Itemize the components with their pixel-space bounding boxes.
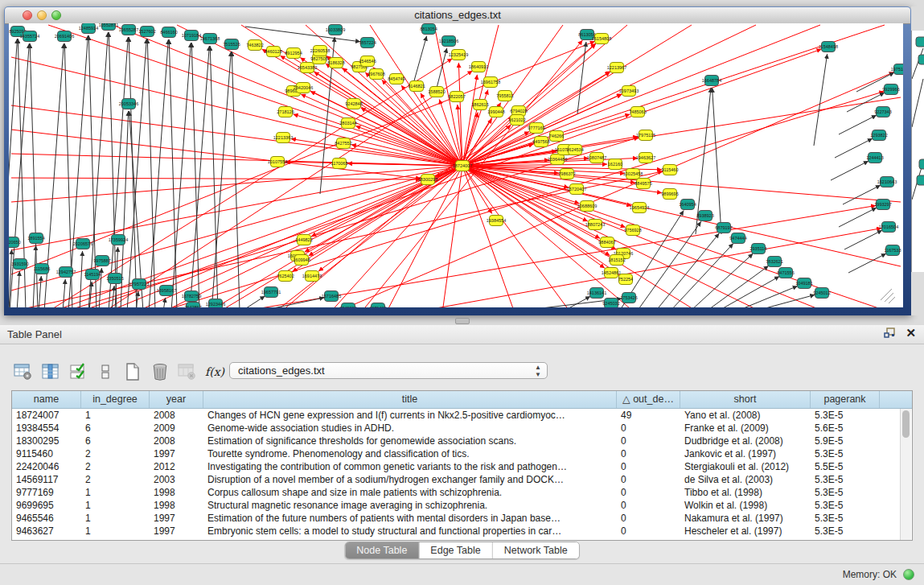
network-window-titlebar[interactable]: citations_edges.txt: [5, 7, 910, 24]
column-header-in_degree[interactable]: in_degree: [81, 391, 150, 408]
close-icon[interactable]: ✕: [906, 327, 916, 340]
table-cell[interactable]: 6: [81, 422, 150, 435]
table-cell[interactable]: 5.3E-5: [811, 499, 880, 512]
table-cell[interactable]: 5.3E-5: [811, 525, 880, 538]
table-cell[interactable]: 0: [617, 525, 680, 538]
split-pane-divider[interactable]: [455, 318, 470, 324]
table-row[interactable]: 911546021997Tourette syndrome. Phenomeno…: [12, 447, 912, 460]
table-cell[interactable]: Investigating the contribution of common…: [203, 460, 617, 473]
window-resize-handle[interactable]: [889, 297, 895, 303]
table-row[interactable]: 946362711997Embryonic stem cells: a mode…: [12, 525, 912, 538]
table-cell[interactable]: Estimation of significance thresholds fo…: [203, 435, 617, 447]
table-cell[interactable]: 9777169: [12, 486, 81, 499]
table-cell[interactable]: 1998: [150, 499, 203, 512]
table-cell[interactable]: 5.9E-5: [811, 435, 880, 447]
table-cell[interactable]: 0: [617, 512, 680, 525]
table-row[interactable]: 1872400712008Changes of HCN gene express…: [12, 409, 912, 422]
table-cell[interactable]: 1998: [150, 486, 203, 499]
table-cell[interactable]: 0: [617, 422, 680, 435]
column-header-name[interactable]: name: [12, 391, 81, 408]
window-resize-handle[interactable]: [881, 289, 892, 300]
float-window-icon[interactable]: [883, 327, 896, 340]
column-header-short[interactable]: short: [680, 391, 811, 408]
table-cell[interactable]: 5.5E-5: [811, 460, 880, 473]
table-cell[interactable]: 1997: [150, 525, 203, 538]
table-cell[interactable]: 1: [81, 525, 150, 538]
column-visibility-icon[interactable]: [40, 361, 61, 382]
table-cell[interactable]: Yano et al. (2008): [680, 409, 811, 422]
table-cell[interactable]: 14569117: [12, 473, 81, 486]
table-scrollbar[interactable]: [900, 409, 911, 540]
table-cell[interactable]: 1: [81, 512, 150, 525]
table-cell[interactable]: 9463627: [12, 525, 81, 538]
table-cell[interactable]: 1997: [150, 512, 203, 525]
table-cell[interactable]: 9465546: [12, 512, 81, 525]
table-cell[interactable]: 2009: [150, 422, 203, 435]
column-header-title[interactable]: title: [203, 391, 617, 408]
table-cell[interactable]: 2: [81, 447, 150, 460]
table-cell[interactable]: Tibbo et al. (1998): [680, 486, 811, 499]
table-row[interactable]: 1830029562008Estimation of significance …: [12, 435, 912, 447]
function-builder-icon[interactable]: f(x): [204, 361, 225, 382]
table-cell[interactable]: 5.3E-5: [811, 447, 880, 460]
table-cell[interactable]: 2008: [150, 435, 203, 447]
table-cell[interactable]: 5.3E-5: [811, 512, 880, 525]
table-cell[interactable]: Embryonic stem cells: a model to study s…: [203, 525, 617, 538]
table-cell[interactable]: 0: [617, 460, 680, 473]
memory-status-indicator[interactable]: [903, 569, 914, 580]
table-cell[interactable]: 19384554: [12, 422, 81, 435]
network-table-select[interactable]: citations_edges.txt ▲▼: [229, 362, 548, 379]
table-cell[interactable]: Estimation of the future numbers of pati…: [203, 512, 617, 525]
table-cell[interactable]: Hescheler et al. (1997): [680, 525, 811, 538]
table-cell[interactable]: 5.3E-5: [811, 409, 880, 422]
table-cell[interactable]: 9115460: [12, 447, 81, 460]
new-document-icon[interactable]: [122, 361, 143, 382]
table-cell[interactable]: Nakamura et al. (1997): [680, 512, 811, 525]
delete-icon[interactable]: [150, 361, 170, 382]
node-table[interactable]: namein_degreeyeartitle△ out_de…shortpage…: [11, 390, 913, 541]
network-view-window[interactable]: citations_edges.txt 89250941435572420691…: [4, 6, 911, 315]
table-row[interactable]: 977716911998Corpus callosum shape and si…: [12, 486, 912, 499]
table-cell[interactable]: 1: [81, 409, 150, 422]
table-cell[interactable]: 5.3E-5: [811, 486, 880, 499]
table-cell[interactable]: de Silva et al. (2003): [680, 473, 811, 486]
table-cell[interactable]: 18724007: [12, 409, 81, 422]
table-settings-icon[interactable]: [13, 361, 34, 382]
row-selection-icon[interactable]: [68, 361, 88, 382]
rows-icon[interactable]: [95, 361, 116, 382]
table-scrollbar-thumb[interactable]: [902, 410, 910, 438]
column-header-out_de[interactable]: △ out_de…: [617, 391, 680, 408]
table-cell[interactable]: 18300295: [12, 435, 81, 447]
table-cell[interactable]: 2003: [150, 473, 203, 486]
table-cell[interactable]: Dudbridge et al. (2008): [680, 435, 811, 447]
table-cell[interactable]: 5.6E-5: [811, 422, 880, 435]
table-cell[interactable]: Stergiakouli et al. (2012): [680, 460, 811, 473]
table-cell[interactable]: Wolkin et al. (1998): [680, 499, 811, 512]
table-cell[interactable]: 2: [81, 473, 150, 486]
tab-node-table[interactable]: Node Table: [345, 542, 419, 558]
table-cell[interactable]: Genome-wide association studies in ADHD.: [203, 422, 617, 435]
table-cell[interactable]: 22420046: [12, 460, 81, 473]
table-row[interactable]: 1938455462009Genome-wide association stu…: [12, 422, 912, 435]
table-cell[interactable]: 2012: [150, 460, 203, 473]
table-cell[interactable]: Disruption of a novel member of a sodium…: [203, 473, 617, 486]
table-cell[interactable]: 49: [617, 409, 680, 422]
table-cell[interactable]: 0: [617, 486, 680, 499]
tab-network-table[interactable]: Network Table: [493, 542, 579, 558]
table-row[interactable]: 1456911722003Disruption of a novel membe…: [12, 473, 912, 486]
table-cell[interactable]: Structural magnetic resonance image aver…: [203, 499, 617, 512]
table-row[interactable]: 946554611997Estimation of the future num…: [12, 512, 912, 525]
table-cell[interactable]: 1: [81, 486, 150, 499]
table-cell[interactable]: 1: [81, 499, 150, 512]
table-cell[interactable]: 5.3E-5: [811, 473, 880, 486]
network-canvas[interactable]: 8925094143557242069140612485914105528711…: [9, 23, 903, 307]
table-row[interactable]: 2242004622012Investigating the contribut…: [12, 460, 912, 473]
table-cell[interactable]: 0: [617, 435, 680, 447]
table-cell[interactable]: 0: [617, 473, 680, 486]
tab-edge-table[interactable]: Edge Table: [419, 542, 492, 558]
table-panel-header[interactable]: Table Panel ✕: [0, 325, 924, 344]
table-cell[interactable]: 2008: [150, 409, 203, 422]
column-header-pagerank[interactable]: pagerank: [811, 391, 880, 408]
table-cell[interactable]: 9699695: [12, 499, 81, 512]
table-cell[interactable]: 1997: [150, 447, 203, 460]
